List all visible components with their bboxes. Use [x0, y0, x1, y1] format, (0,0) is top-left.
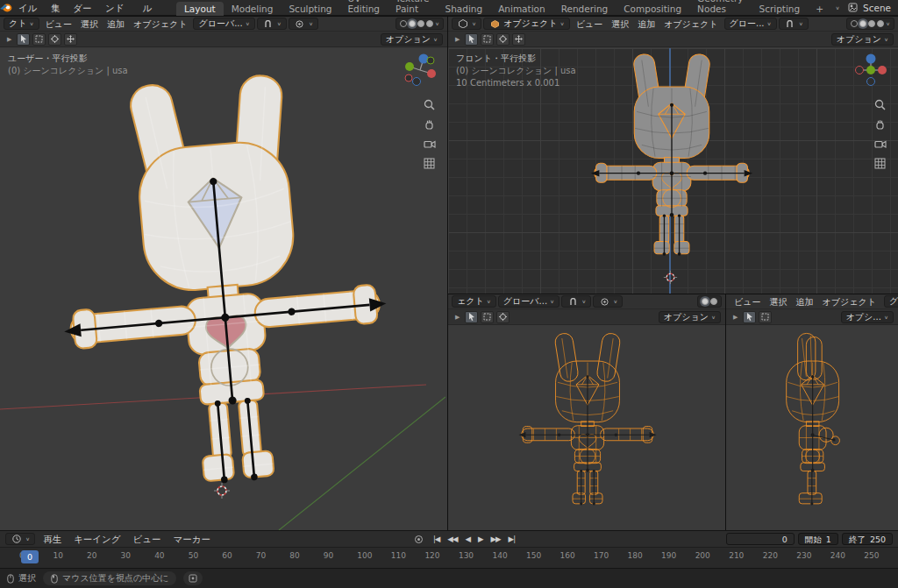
tool-cursor-button[interactable]: [496, 311, 510, 323]
auto-keying-toggle[interactable]: [415, 535, 423, 543]
shading-wireframe-icon[interactable]: [702, 298, 709, 305]
snap-dropdown[interactable]: ∨: [561, 295, 591, 308]
workspace-tab[interactable]: Animation: [490, 2, 553, 16]
transform-orientation-dropdown[interactable]: グローバ...∨: [193, 18, 254, 30]
shading-material-icon[interactable]: [417, 20, 424, 27]
viewport-wire-front-canvas[interactable]: [448, 326, 725, 530]
viewport-menu-item[interactable]: 選択: [607, 17, 633, 32]
snap-dropdown[interactable]: ∨: [779, 18, 809, 30]
tool-select-box-button[interactable]: [481, 311, 494, 323]
viewport-menu-item[interactable]: ビュー: [572, 17, 607, 32]
playback-button[interactable]: ▶: [474, 535, 487, 543]
mode-dropdown[interactable]: オブジェクト∨: [483, 18, 570, 30]
viewport-menu-item[interactable]: オブジェクト: [129, 17, 191, 32]
zoom-icon[interactable]: [424, 99, 435, 110]
current-frame-field[interactable]: 0: [726, 533, 795, 545]
shading-wireframe-icon[interactable]: [400, 20, 407, 27]
workspace-tab[interactable]: Geometry Nodes: [689, 0, 751, 16]
viewport-wire-side-canvas[interactable]: [726, 326, 898, 530]
workspace-tab[interactable]: Sculpting: [281, 2, 339, 16]
tool-tweak-button[interactable]: [465, 33, 478, 46]
viewport-shading-switcher[interactable]: [697, 295, 722, 308]
tool-tweak-button[interactable]: [743, 311, 756, 323]
viewport-menu-item[interactable]: オブジェクト: [817, 294, 880, 309]
frame-start-field[interactable]: 開始1: [798, 533, 838, 545]
workspace-tab[interactable]: Rendering: [553, 2, 616, 16]
viewport-menu-item[interactable]: 追加: [103, 17, 129, 32]
tool-move-button[interactable]: [64, 33, 77, 46]
workspace-tab[interactable]: UV Editing: [339, 0, 388, 16]
zoom-icon[interactable]: [874, 99, 886, 110]
transform-orientation-dropdown[interactable]: グロ...∨: [884, 295, 898, 308]
scene-selector[interactable]: ∨ Scene: [831, 2, 898, 14]
proportional-edit-dropdown[interactable]: ∨: [289, 18, 318, 30]
transform-orientation-dropdown[interactable]: グロー...∨: [724, 18, 777, 30]
shading-rendered-icon[interactable]: [877, 20, 884, 27]
viewport-menu-item[interactable]: ビュー: [41, 17, 76, 32]
tool-select-box-button[interactable]: [759, 311, 772, 323]
workspace-tab[interactable]: Compositing: [616, 2, 689, 16]
proportional-edit-dropdown[interactable]: ∨: [593, 295, 623, 308]
viewport-menu-item[interactable]: 選択: [76, 17, 103, 32]
playback-button[interactable]: ◀◀: [444, 535, 460, 543]
options-dropdown[interactable]: オプション∨: [659, 311, 721, 323]
timeline-menu-item[interactable]: キーイング: [68, 531, 125, 547]
tool-tweak-button[interactable]: [465, 311, 478, 323]
options-dropdown[interactable]: オプシ...∨: [841, 311, 894, 323]
options-dropdown[interactable]: オプション∨: [381, 33, 443, 46]
viewport-menu-item[interactable]: 追加: [633, 17, 659, 32]
shading-rendered-icon[interactable]: [426, 20, 433, 27]
shading-wireframe-icon[interactable]: [851, 20, 858, 27]
camera-view-icon[interactable]: [874, 139, 887, 149]
tool-tweak-button[interactable]: [17, 33, 30, 46]
workspace-tab[interactable]: +: [808, 2, 831, 16]
editor-type-dropdown[interactable]: ∨: [5, 533, 35, 545]
playback-button[interactable]: ▶|: [505, 535, 518, 543]
navigation-gizmo[interactable]: [402, 52, 438, 91]
viewport-menu-item[interactable]: オブジェクト: [659, 17, 722, 32]
blender-logo-icon[interactable]: [0, 3, 12, 12]
options-dropdown[interactable]: オプション∨: [831, 33, 894, 46]
viewport-menu-item[interactable]: ビュー: [730, 294, 765, 309]
workspace-tab[interactable]: Layout: [176, 2, 224, 16]
timeline-ruler[interactable]: 0102030405060708090100110120130140150160…: [0, 547, 898, 568]
snap-dropdown[interactable]: ∨: [257, 18, 287, 30]
navigation-gizmo[interactable]: [852, 52, 889, 91]
viewport-menu-item[interactable]: 選択: [765, 294, 791, 309]
toolbar-toggle[interactable]: ▶: [453, 36, 462, 43]
tool-move-button[interactable]: [512, 33, 525, 46]
playback-button[interactable]: ◀: [461, 535, 474, 543]
viewport-shading-switcher[interactable]: ∨: [396, 18, 444, 30]
viewport-menu-item[interactable]: 追加: [791, 294, 817, 309]
workspace-tab[interactable]: Scripting: [751, 2, 808, 16]
toolbar-toggle[interactable]: ▶: [453, 314, 462, 321]
camera-view-icon[interactable]: [424, 139, 436, 149]
playback-button[interactable]: ▶▶: [488, 535, 504, 543]
tool-cursor-button[interactable]: [48, 33, 61, 46]
toolbar-toggle[interactable]: ▶: [731, 314, 740, 321]
editor-type-dropdown[interactable]: ∨: [452, 18, 481, 30]
pan-hand-icon[interactable]: [874, 119, 886, 131]
workspace-tab[interactable]: Texture Paint: [388, 0, 437, 16]
transform-orientation-dropdown[interactable]: グローバ...∨: [498, 295, 559, 308]
shading-solid-icon[interactable]: [409, 20, 416, 27]
workspace-tab[interactable]: Shading: [437, 2, 490, 16]
workspace-tab[interactable]: Modeling: [224, 2, 282, 16]
viewport-shading-switcher[interactable]: ∨: [846, 18, 894, 30]
timeline-menu-item[interactable]: ビュー: [128, 531, 167, 547]
tool-select-box-button[interactable]: [32, 33, 46, 46]
timeline-menu-item[interactable]: マーカー: [168, 531, 217, 547]
grid-toggle-icon[interactable]: [424, 158, 435, 169]
shading-solid-icon[interactable]: [710, 298, 717, 305]
tool-select-box-button[interactable]: [481, 33, 494, 46]
mode-dropdown[interactable]: クト∨: [4, 18, 39, 30]
shading-solid-icon[interactable]: [859, 20, 866, 27]
playback-button[interactable]: |◀: [430, 535, 443, 543]
viewport-front-canvas[interactable]: フロント・平行投影 (0) シーンコレクション | usa 10 Centime…: [448, 48, 898, 294]
tool-cursor-button[interactable]: [496, 33, 510, 46]
current-frame-marker[interactable]: 0: [21, 550, 39, 563]
timeline-menu-item[interactable]: 再生: [38, 531, 67, 547]
viewport-user-canvas[interactable]: ユーザー・平行投影 (0) シーンコレクション | usa: [0, 48, 447, 530]
mode-dropdown[interactable]: ェクト∨: [452, 295, 496, 308]
shading-material-icon[interactable]: [868, 20, 875, 27]
